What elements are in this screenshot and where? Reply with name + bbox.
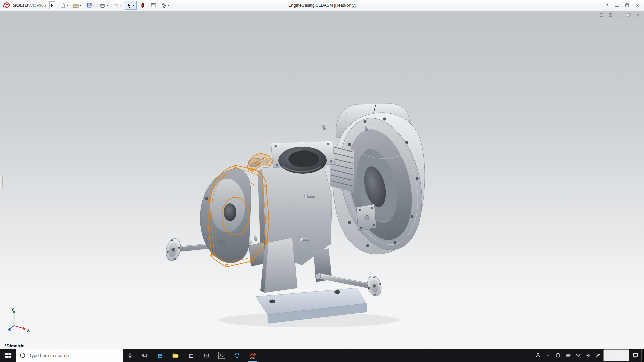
battery-button[interactable]: [563, 349, 573, 362]
select-cursor-icon: [126, 3, 132, 8]
task-view-button[interactable]: [137, 349, 152, 362]
dropdown-caret-icon: [66, 5, 68, 6]
open-document-button[interactable]: [71, 1, 84, 10]
options-button[interactable]: [159, 1, 171, 10]
doc-restore-icon: [608, 13, 613, 17]
security-shield-button[interactable]: [553, 349, 563, 362]
solidworks-logo: SOLIDWORKS: [3, 2, 47, 9]
save-icon: [87, 3, 92, 8]
print-button[interactable]: [98, 1, 110, 10]
appearance-button[interactable]: [138, 1, 147, 10]
microphone-button[interactable]: [123, 349, 137, 362]
graphics-area[interactable]: Y X *Dimetric: [0, 11, 644, 349]
toolbar-flyout-button[interactable]: [49, 1, 55, 9]
windows-taskbar: e: [0, 349, 644, 362]
close-icon: [635, 4, 639, 7]
quick-access-toolbar: [58, 1, 171, 10]
battery-icon: [565, 353, 571, 358]
undo-button[interactable]: [111, 1, 123, 10]
window-controls: ?: [602, 1, 642, 10]
splitter-grip-dot: [1, 181, 2, 182]
view-orientation-label: *Dimetric: [5, 343, 24, 348]
wifi-button[interactable]: [573, 349, 583, 362]
doc-restore-layout-button[interactable]: [607, 12, 613, 18]
hexagon-app-icon: [233, 352, 241, 359]
flyout-arrow-icon: [51, 4, 53, 7]
volume-icon: [586, 353, 591, 358]
clock-date: 7/13/2018: [607, 355, 625, 361]
show-desktop-button[interactable]: [641, 349, 644, 362]
tray-overflow-button[interactable]: [543, 349, 553, 362]
maximize-icon: [625, 3, 629, 7]
undo-icon: [113, 3, 119, 8]
people-icon: [535, 353, 541, 358]
dropdown-caret-icon: [133, 5, 135, 6]
taskbar-clock[interactable]: 10:28 AM 7/13/2018: [603, 349, 629, 361]
solidworks-window: SOLIDWORKS: [0, 0, 644, 362]
microphone-icon: [127, 353, 133, 358]
command-prompt-icon: [218, 352, 225, 359]
wifi-icon: [575, 353, 581, 358]
mail-button[interactable]: [199, 349, 214, 362]
restore-icon: [627, 13, 631, 17]
doc-window-icon: [599, 13, 604, 17]
doc-window-button[interactable]: [598, 12, 604, 18]
close-button[interactable]: [632, 1, 642, 10]
minimize-button[interactable]: [612, 1, 622, 10]
new-document-button[interactable]: [58, 1, 70, 10]
edge-icon: e: [158, 351, 162, 360]
minimize-icon: [615, 4, 619, 7]
file-explorer-icon: [172, 352, 179, 358]
solidworks-app-icon: SW 2017: [249, 352, 256, 359]
hexagon-app-button[interactable]: [229, 349, 245, 362]
taskbar-search[interactable]: [16, 349, 123, 362]
help-button[interactable]: ?: [602, 1, 612, 10]
print-icon: [100, 3, 105, 8]
cortana-ring-icon: [20, 352, 26, 358]
document-title: EngineCasing.SLDASM [Read-only]: [288, 3, 356, 8]
mail-icon: [204, 353, 209, 358]
triad-x-label: X: [27, 328, 30, 333]
clock-time: 10:28 AM: [608, 350, 625, 355]
system-tray: 10:28 AM 7/13/2018: [533, 349, 644, 362]
orientation-triad-icon: Y X: [5, 306, 33, 335]
dropdown-caret-icon: [120, 5, 122, 6]
store-button[interactable]: [183, 349, 199, 362]
chevron-up-icon: [546, 353, 550, 358]
open-folder-icon: [73, 3, 79, 8]
pen-button[interactable]: [593, 349, 603, 362]
datasheet-icon: [151, 3, 156, 8]
save-button[interactable]: [85, 1, 97, 10]
gear-icon: [161, 3, 167, 8]
appearance-bead-icon: [140, 3, 145, 8]
action-center-button[interactable]: [629, 349, 641, 362]
minimize-icon: [618, 13, 622, 17]
dropdown-caret-icon: [80, 5, 82, 6]
action-center-icon: [633, 353, 638, 358]
engine-casing-model[interactable]: [0, 11, 644, 349]
doc-restore-button[interactable]: [626, 12, 632, 18]
new-document-icon: [60, 3, 65, 8]
doc-minimize-button[interactable]: [616, 12, 623, 18]
maximize-button[interactable]: [622, 1, 632, 10]
app-titlebar: SOLIDWORKS: [0, 0, 644, 11]
file-explorer-button[interactable]: [168, 349, 183, 362]
shield-icon: [555, 353, 561, 358]
command-prompt-button[interactable]: [214, 349, 229, 362]
doc-close-button[interactable]: [635, 12, 641, 18]
volume-button[interactable]: [583, 349, 593, 362]
start-icon: [5, 353, 11, 358]
start-button[interactable]: [0, 349, 16, 362]
triad-y-label: Y: [11, 307, 14, 312]
task-view-icon: [142, 353, 148, 358]
edge-button[interactable]: e: [152, 349, 168, 362]
store-bag-icon: [188, 353, 194, 358]
solidworks-app-button[interactable]: SW 2017: [245, 349, 260, 362]
search-input[interactable]: [29, 353, 120, 358]
people-button[interactable]: [533, 349, 543, 362]
pen-icon: [596, 353, 601, 358]
document-window-controls: [598, 12, 641, 18]
panel-splitter-handle[interactable]: [0, 176, 3, 188]
select-tool-button[interactable]: [125, 1, 137, 10]
properties-sheet-button[interactable]: [149, 1, 158, 10]
